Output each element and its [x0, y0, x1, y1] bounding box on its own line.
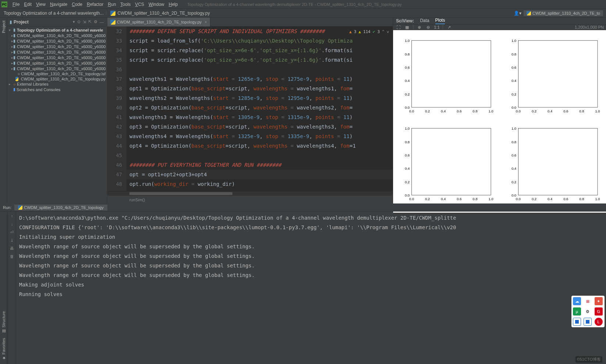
- plot-thumbnail-1[interactable]: 0.00.20.40.60.81.00.00.20.40.60.81.0: [397, 37, 496, 118]
- tray-icon[interactable]: ✦: [595, 297, 603, 305]
- menu-edit[interactable]: Edit: [22, 2, 34, 7]
- run-configuration-select[interactable]: CWDM_splitter_1310_4ch_2D_TE_to: [524, 10, 603, 16]
- menu-refactor[interactable]: Refactor: [85, 2, 106, 7]
- svg-rect-39: [518, 128, 598, 195]
- run-actions-secondary: ↑ ↓ ⏎ ⤓ 🖶 🗑: [8, 212, 16, 364]
- structure-toolwindow-tab[interactable]: ▤ Structure: [1, 309, 6, 336]
- grid-icon[interactable]: ▦: [404, 25, 410, 30]
- tray-icon[interactable]: L: [595, 318, 603, 326]
- svg-text:0.4: 0.4: [548, 109, 552, 113]
- svg-text:0.4: 0.4: [441, 109, 446, 113]
- plot-thumbnail-4[interactable]: 0.00.20.40.60.81.00.00.20.40.60.81.0: [503, 125, 603, 206]
- project-toolwindow-tab[interactable]: Project: [1, 19, 6, 35]
- svg-text:0.6: 0.6: [405, 153, 410, 157]
- project-tree[interactable]: ▾▮Topology Optimization of a 4-channel w…: [7, 26, 107, 203]
- main-area: Project ▮ Project ▾ ⊙ ⇲ ⇱ ⚙ — ▾▮Topology…: [0, 18, 606, 203]
- chevron-down-icon[interactable]: v: [386, 27, 389, 37]
- tray-icon[interactable]: ⊞: [584, 297, 592, 305]
- separator: [413, 25, 413, 30]
- tree-folder[interactable]: ▸▮CWDM_splitter_1310_4ch_2D_TE_x6000_y60…: [7, 33, 107, 38]
- python-file-icon: [110, 11, 115, 16]
- print-icon[interactable]: 🖶: [9, 245, 15, 251]
- soft-wrap-icon[interactable]: ⏎: [9, 229, 15, 235]
- inspection-widget[interactable]: ▲3 ▲114 ✔3 ^ v: [348, 27, 391, 37]
- weak-warning-icon: ✔: [373, 27, 375, 37]
- down-icon[interactable]: ↓: [9, 221, 15, 227]
- editor-tab-active[interactable]: CWDM_splitter_1310_4ch_2D_TE_topology.py…: [107, 18, 210, 26]
- breadcrumb-root[interactable]: Topology Optimization of a 4-channel wav…: [3, 11, 104, 16]
- tree-folder[interactable]: ▸▮CWDM_splitter_1310_4ch_2D_TE_x6000_y60…: [7, 55, 107, 60]
- menu-run[interactable]: Run: [106, 2, 118, 7]
- menu-vcs[interactable]: VCS: [133, 2, 146, 7]
- collapse-all-icon[interactable]: ⇱: [87, 19, 93, 24]
- up-icon[interactable]: ↑: [9, 213, 15, 219]
- chevron-up-icon[interactable]: ^: [382, 27, 385, 37]
- separator: [443, 25, 443, 30]
- zoom-in-icon[interactable]: ⊕: [416, 25, 422, 30]
- weak-warning-count: 3: [377, 27, 380, 37]
- tree-folder[interactable]: ▸▮CWDM_splitter_1310_4ch_2D_TE_x6000_y60…: [7, 38, 107, 44]
- menu-navigate[interactable]: Navigate: [48, 2, 69, 7]
- editor-tabs: CWDM_splitter_1310_4ch_2D_TE_topology.py…: [107, 18, 393, 26]
- tray-icon[interactable]: ☁: [573, 297, 581, 305]
- view-mode-dropdown[interactable]: ▾: [72, 19, 76, 24]
- editor-body[interactable]: 323334353637383940414243444546474849 ###…: [107, 26, 393, 191]
- close-icon[interactable]: ×: [204, 20, 207, 24]
- python-file-icon: [18, 205, 22, 210]
- fit-icon[interactable]: ⛶: [395, 25, 401, 29]
- clear-icon[interactable]: 🗑: [9, 253, 15, 259]
- svg-text:0.2: 0.2: [405, 92, 410, 96]
- breadcrumb-file[interactable]: CWDM_splitter_1310_4ch_2D_TE_topology.py: [117, 11, 211, 16]
- tree-folder[interactable]: ▸▮CWDM_splitter_1310_4ch_2D_TE_x6000_y60…: [7, 49, 107, 55]
- scratches-node[interactable]: ▮ Scratches and Consoles: [7, 87, 107, 92]
- select-opened-file-icon[interactable]: ⊙: [76, 19, 82, 24]
- tray-icon[interactable]: [584, 318, 592, 326]
- editor-code[interactable]: ######## DEFINE SETUP SCRIPT AND INDIVID…: [126, 26, 393, 191]
- svg-text:0.8: 0.8: [511, 52, 516, 56]
- sciview-tab-data[interactable]: Data: [420, 18, 429, 24]
- menu-file[interactable]: File: [10, 2, 22, 7]
- plot-thumbnail-3[interactable]: 0.00.20.40.60.81.00.00.20.40.60.81.0: [397, 125, 496, 206]
- tree-folder[interactable]: ▸▮CWDM_splitter_1310_4ch_2D_TE_x6000_y60…: [7, 66, 107, 71]
- console-output[interactable]: D:\software\anaconda3\python.exe "C:/Use…: [16, 212, 606, 364]
- settings-icon[interactable]: ⚙: [93, 19, 99, 24]
- tree-file[interactable]: CWDM_splitter_1310_4ch_2D_TE_topology.py: [7, 76, 107, 82]
- svg-text:0.8: 0.8: [473, 197, 477, 201]
- tree-file[interactable]: ≡ CWDM_splitter_1310_4ch_2D_TE_topology.…: [7, 71, 107, 76]
- scrollbar-thumb[interactable]: [129, 192, 232, 195]
- sciview-tabs: SciView: Data Plots: [393, 18, 606, 25]
- plot-thumbnail-2[interactable]: 0.00.20.40.60.81.00.00.20.40.60.81.0: [503, 37, 603, 118]
- menu-view[interactable]: View: [34, 2, 48, 7]
- menu-tools[interactable]: Tools: [118, 2, 133, 7]
- menu-window[interactable]: Window: [146, 2, 167, 7]
- sciview-tab-plots[interactable]: Plots: [435, 18, 445, 24]
- tree-folder[interactable]: ▸▮CWDM_splitter_1310_4ch_2D_TE_x6000_y60…: [7, 60, 107, 66]
- menu-code[interactable]: Code: [69, 2, 85, 7]
- zoom-out-icon[interactable]: ⊖: [425, 25, 431, 30]
- editor-horizontal-scrollbar[interactable]: [107, 191, 393, 195]
- svg-text:0.8: 0.8: [579, 197, 584, 201]
- warning-count: 114: [363, 27, 371, 37]
- expand-all-icon[interactable]: ⇲: [82, 19, 87, 24]
- tray-icon[interactable]: ⚙: [584, 307, 592, 316]
- project-root-node[interactable]: ▾▮Topology Optimization of a 4-channel w…: [7, 27, 107, 33]
- svg-text:1.0: 1.0: [405, 126, 410, 130]
- svg-text:0.4: 0.4: [405, 79, 410, 83]
- run-tab[interactable]: CWDM_splitter_1310_4ch_2D_TE_topology: [14, 205, 107, 210]
- favorites-toolwindow-tab[interactable]: ★ Favorites: [1, 336, 6, 363]
- tray-icon[interactable]: [573, 318, 581, 326]
- external-libraries-node[interactable]: ▸⟐ External Libraries: [7, 82, 107, 87]
- hide-panel-icon[interactable]: —: [99, 20, 105, 24]
- tree-folder[interactable]: ▸▮CWDM_splitter_1310_4ch_2D_TE_x6000_y60…: [7, 44, 107, 49]
- scroll-to-end-icon[interactable]: ⤓: [9, 237, 15, 243]
- user-icon[interactable]: 👤▾: [511, 11, 524, 16]
- tray-icon[interactable]: μ: [573, 307, 581, 316]
- export-icon[interactable]: ↗: [446, 25, 452, 30]
- svg-text:1.0: 1.0: [511, 126, 516, 130]
- menu-help[interactable]: Help: [167, 2, 180, 7]
- actual-size-icon[interactable]: 1:1: [434, 25, 440, 29]
- svg-text:0.2: 0.2: [511, 180, 516, 184]
- tray-icon[interactable]: G: [595, 307, 603, 316]
- svg-text:1.0: 1.0: [488, 197, 493, 201]
- run-toolwindow: Run: CWDM_splitter_1310_4ch_2D_TE_topolo…: [0, 203, 606, 364]
